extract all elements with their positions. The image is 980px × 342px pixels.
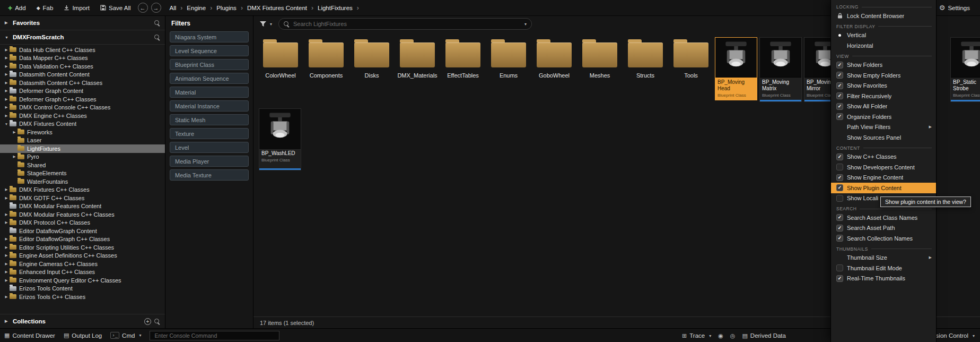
menu-item-search-collection-names[interactable]: ✓Search Collection Names <box>831 233 936 244</box>
chevron-right-icon[interactable]: ▶ <box>3 245 10 250</box>
chevron-right-icon[interactable]: ▶ <box>3 64 10 69</box>
tree-item-dmx-protocol-c-classes[interactable]: ▶DMX Protocol C++ Classes <box>0 219 165 227</box>
snapshot-icon[interactable]: ◎ <box>730 332 736 339</box>
chevron-down-icon[interactable]: ▼ <box>5 36 10 39</box>
tree-item-dmx-modular-features-content[interactable]: DMX Modular Features Content <box>0 202 165 211</box>
filter-chip-animation-sequence[interactable]: Animation Sequence <box>170 73 249 84</box>
cmd-dropdown[interactable]: ›_ Cmd ▾ <box>110 332 141 339</box>
chevron-right-icon[interactable]: ▶ <box>3 81 10 85</box>
asset-tile-bp-static-strobe[interactable]: BP_Static StrobeBlueprint Class <box>950 37 980 102</box>
tree-item-deformer-graph-c-classes[interactable]: ▶Deformer Graph C++ Classes <box>0 95 165 104</box>
folder-tile-components[interactable]: Components <box>303 35 349 82</box>
tree-item-environment-query-editor-c-classes[interactable]: ▶Environment Query Editor C++ Classes <box>0 276 165 285</box>
tree-item-fireworks[interactable]: ▶Fireworks <box>0 128 165 136</box>
breadcrumb-item-engine[interactable]: Engine <box>187 5 206 11</box>
derived-data-button[interactable]: ▤ Derived Data <box>742 332 786 339</box>
tree-item-datasmith-content-c-classes[interactable]: ▶Datasmith Content C++ Classes <box>0 79 165 87</box>
menu-item-show-all-folder[interactable]: ✓Show All Folder <box>831 101 936 112</box>
menu-item-thumbnail-size[interactable]: Thumbnail Size▶ <box>831 253 936 263</box>
filter-chip-blueprint-class[interactable]: Blueprint Class <box>170 59 249 70</box>
tree-item-stageelements[interactable]: StageElements <box>0 169 165 178</box>
tree-item-engine-asset-definitions-c-classes[interactable]: ▶Engine Asset Definitions C++ Classes <box>0 252 165 260</box>
forward-button[interactable]: → <box>151 3 161 13</box>
back-button[interactable]: ← <box>138 3 148 13</box>
tree-item-dmx-engine-c-classes[interactable]: ▶DMX Engine C++ Classes <box>0 112 165 120</box>
filter-chip-niagara-system[interactable]: Niagara System <box>170 31 249 42</box>
search-icon[interactable] <box>154 319 160 324</box>
tree-item-data-hub-client-c-classes[interactable]: ▶Data Hub Client C++ Classes <box>0 46 165 54</box>
search-icon[interactable] <box>154 20 160 26</box>
tree-item-editor-scripting-utilities-c-classes[interactable]: ▶Editor Scripting Utilities C++ Classes <box>0 243 165 252</box>
revision-control-button[interactable]: sion Control ▾ <box>936 329 975 342</box>
filter-chip-material-instance[interactable]: Material Instance <box>170 100 249 112</box>
filter-chip-level-sequence[interactable]: Level Sequence <box>170 45 249 56</box>
menu-item-horizontal[interactable]: Horizontal <box>831 40 936 51</box>
chevron-right-icon[interactable]: ▶ <box>3 278 10 283</box>
chevron-right-icon[interactable]: ▶ <box>5 319 10 323</box>
content-drawer-button[interactable]: ▦ Content Drawer <box>4 332 55 339</box>
insights-icon[interactable]: ◉ <box>718 332 723 339</box>
add-button[interactable]: + Add <box>3 2 31 14</box>
menu-item-lock-content-browser[interactable]: Lock Content Browser <box>831 11 936 21</box>
chevron-right-icon[interactable]: ▶ <box>3 97 10 101</box>
chevron-down-icon[interactable]: ▾ <box>524 22 527 27</box>
tree-item-data-mapper-c-classes[interactable]: ▶Data Mapper C++ Classes <box>0 54 165 63</box>
tree-item-erizos-tools-c-classes[interactable]: ▶Erizos Tools C++ Classes <box>0 293 165 301</box>
filter-chip-media-player[interactable]: Media Player <box>170 156 249 167</box>
filter-chip-static-mesh[interactable]: Static Mesh <box>170 114 249 125</box>
chevron-right-icon[interactable]: ▶ <box>3 270 10 274</box>
tree-item-dmx-fixtures-c-classes[interactable]: ▶DMX Fixtures C++ Classes <box>0 186 165 194</box>
console-input[interactable] <box>150 331 279 340</box>
chevron-right-icon[interactable]: ▶ <box>3 187 10 192</box>
chevron-right-icon[interactable]: ▶ <box>3 105 10 109</box>
menu-item-organize-folders[interactable]: ✓Organize Folders <box>831 112 936 122</box>
tree-item-editor-dataflowgraph-c-classes[interactable]: ▶Editor DataflowGraph C++ Classes <box>0 235 165 244</box>
breadcrumb-item-plugins[interactable]: Plugins <box>216 5 237 11</box>
menu-item-show-sources-panel[interactable]: Show Sources Panel <box>831 132 936 143</box>
tree-item-dmx-gdtf-c-classes[interactable]: ▶DMX GDTF C++ Classes <box>0 194 165 202</box>
folder-tile-gobowheel[interactable]: GoboWheel <box>531 35 577 82</box>
root-folder-header[interactable]: ▼ DMXFromScratch <box>0 30 165 45</box>
chevron-right-icon[interactable]: ▶ <box>3 114 10 118</box>
tree-item-engine-cameras-c-classes[interactable]: ▶Engine Cameras C++ Classes <box>0 260 165 268</box>
tree-item-dmx-modular-features-c-classes[interactable]: ▶DMX Modular Features C++ Classes <box>0 210 165 219</box>
output-log-button[interactable]: ▤ Output Log <box>64 332 102 339</box>
tree-item-data-validation-c-classes[interactable]: ▶Data Validation C++ Classes <box>0 62 165 71</box>
menu-item-show-developers-content[interactable]: Show Developers Content <box>831 162 936 173</box>
chevron-right-icon[interactable]: ▶ <box>3 262 10 266</box>
chevron-right-icon[interactable]: ▶ <box>3 220 10 225</box>
chevron-right-icon[interactable]: ▶ <box>5 21 10 25</box>
breadcrumb-item-lightfixtures[interactable]: LightFixtures <box>318 5 353 11</box>
tree-item-erizos-tools-content[interactable]: Erizos Tools Content <box>0 285 165 293</box>
filter-chip-media-texture[interactable]: Media Texture <box>170 169 249 181</box>
add-collection-icon[interactable]: + <box>144 318 151 325</box>
chevron-right-icon[interactable]: ▶ <box>3 48 10 52</box>
folder-tile-structs[interactable]: Structs <box>623 35 668 82</box>
breadcrumb-item-dmx-fixtures-content[interactable]: DMX Fixtures Content <box>247 5 307 11</box>
tree-item-deformer-graph-content[interactable]: ▶Deformer Graph Content <box>0 87 165 96</box>
favorites-header[interactable]: ▶ Favorites <box>0 16 165 30</box>
trace-dropdown[interactable]: ⊞ Trace ▾ <box>682 332 711 339</box>
tree-item-laser[interactable]: Laser <box>0 136 165 145</box>
filter-chip-material[interactable]: Material <box>170 87 249 98</box>
folder-tile-tools[interactable]: Tools <box>668 35 714 82</box>
tree-item-pyro[interactable]: ▶Pyro <box>0 153 165 161</box>
tree-item-editor-dataflowgraph-content[interactable]: Editor DataflowGraph Content <box>0 227 165 235</box>
filter-chip-level[interactable]: Level <box>170 142 249 153</box>
menu-item-search-asset-path[interactable]: ✓Search Asset Path <box>831 223 936 234</box>
menu-item-show-c-classes[interactable]: ✓Show C++ Classes <box>831 152 936 163</box>
menu-item-thumbnail-edit-mode[interactable]: Thumbnail Edit Mode <box>831 263 936 273</box>
chevron-down-icon[interactable]: ▼ <box>3 122 10 126</box>
chevron-right-icon[interactable]: ▶ <box>3 56 10 60</box>
chevron-right-icon[interactable]: ▶ <box>11 130 18 134</box>
menu-item-show-plugin-content[interactable]: ✓Show Plugin Content <box>831 183 936 193</box>
folder-tile-disks[interactable]: Disks <box>349 35 395 82</box>
folder-tile-effecttables[interactable]: EffectTables <box>440 35 486 82</box>
settings-button[interactable]: ⚙ Settings <box>934 2 975 14</box>
asset-tile-bp-moving-matrix[interactable]: BP_Moving MatrixBlueprint Class <box>759 37 802 102</box>
chevron-right-icon[interactable]: ▶ <box>3 237 10 241</box>
menu-item-show-folders[interactable]: ✓Show Folders <box>831 60 936 71</box>
search-box[interactable]: ▾ <box>278 18 532 30</box>
tree-item-datasmith-content-content[interactable]: ▶Datasmith Content Content <box>0 71 165 79</box>
menu-item-show-empty-folders[interactable]: ✓Show Empty Folders <box>831 70 936 81</box>
